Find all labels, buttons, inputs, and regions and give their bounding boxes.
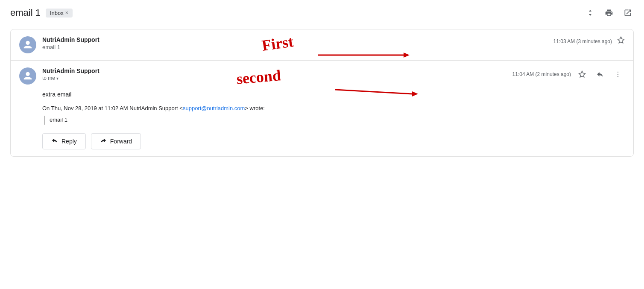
forward-button-icon [100, 137, 107, 146]
email-item-2: NutriAdmin Support to me ▾ 11:04 AM (2 m… [11, 61, 633, 156]
print-icon[interactable] [603, 7, 615, 19]
svg-point-0 [26, 41, 29, 45]
avatar-2 [19, 67, 36, 85]
email-2-time: 11:04 AM (2 minutes ago) [512, 71, 571, 77]
reply-button[interactable]: Reply [42, 133, 86, 149]
svg-point-8 [618, 74, 618, 75]
sender-name-2: NutriAdmin Support [42, 67, 506, 74]
reply-icon-2[interactable] [593, 67, 607, 81]
email-actions: Reply Forward [42, 133, 625, 149]
email-1-preview: email 1 [42, 44, 547, 50]
reply-button-label: Reply [61, 138, 77, 145]
email-header-row: email 1 Inbox × [10, 7, 634, 22]
svg-point-9 [618, 76, 618, 77]
star-icon-2[interactable] [575, 67, 589, 81]
email-1-right: 11:03 AM (3 minutes ago) [553, 36, 625, 46]
open-in-new-icon[interactable] [622, 7, 634, 19]
to-me-label[interactable]: to me ▾ [42, 75, 506, 81]
svg-marker-1 [618, 37, 624, 43]
inbox-badge: Inbox × [46, 9, 73, 18]
quote-email-link[interactable]: support@nutriadmin.com [183, 105, 245, 111]
star-icon-1[interactable] [617, 36, 625, 46]
email-2-header: NutriAdmin Support to me ▾ 11:04 AM (2 m… [19, 67, 625, 85]
email-1-meta: NutriAdmin Support email 1 [42, 36, 547, 50]
navigate-arrows-icon[interactable] [584, 7, 596, 19]
page-container: email 1 Inbox × [0, 0, 644, 289]
forward-button[interactable]: Forward [91, 133, 141, 149]
inbox-close-button[interactable]: × [65, 10, 68, 16]
quote-attribution: On Thu, Nov 28, 2019 at 11:02 AM NutriAd… [42, 104, 625, 113]
page-title: email 1 [10, 7, 41, 18]
quoted-text: email 1 [44, 116, 625, 125]
email-thread: NutriAdmin Support email 1 11:03 AM (3 m… [10, 29, 634, 157]
email-1-header: NutriAdmin Support email 1 11:03 AM (3 m… [19, 36, 625, 53]
sender-name-1: NutriAdmin Support [42, 36, 547, 43]
inbox-label: Inbox [50, 10, 64, 16]
more-options-icon[interactable] [611, 67, 625, 81]
email-2-meta: NutriAdmin Support to me ▾ [42, 67, 506, 81]
svg-point-7 [618, 72, 618, 73]
avatar-1 [19, 36, 36, 53]
to-me-chevron-icon[interactable]: ▾ [56, 76, 59, 81]
email-1-time: 11:03 AM (3 minutes ago) [553, 38, 612, 44]
email-2-right: 11:04 AM (2 minutes ago) [512, 67, 625, 81]
svg-marker-6 [579, 71, 585, 77]
forward-button-label: Forward [110, 138, 132, 145]
svg-point-5 [26, 72, 29, 76]
header-actions [584, 7, 634, 19]
email-2-main-text: extra email [42, 90, 625, 99]
reply-button-icon [51, 137, 58, 146]
email-2-body: extra email On Thu, Nov 28, 2019 at 11:0… [42, 90, 625, 125]
email-title-area: email 1 Inbox × [10, 7, 73, 18]
email-item-1: NutriAdmin Support email 1 11:03 AM (3 m… [11, 29, 633, 61]
